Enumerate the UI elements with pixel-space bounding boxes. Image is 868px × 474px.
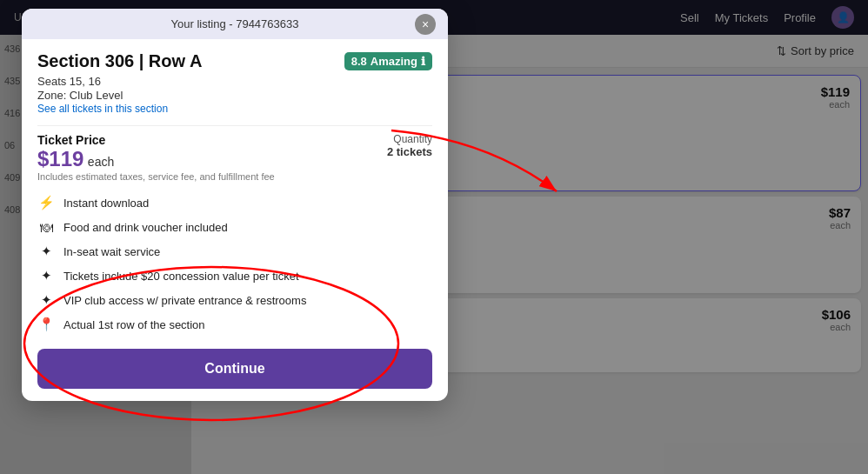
feature-item: ✦ VIP club access w/ private entrance & … <box>37 291 432 309</box>
modal-price-each: each <box>88 155 114 169</box>
feature-item: 📍 Actual 1st row of the section <box>37 316 432 333</box>
close-button[interactable]: × <box>415 14 436 35</box>
modal-overlay[interactable]: Your listing - 7944763633 × Section 306 … <box>0 0 868 474</box>
ticket-detail-modal: Your listing - 7944763633 × Section 306 … <box>22 9 448 401</box>
feature-list: ⚡ Instant download 🍽 Food and drink vouc… <box>37 194 432 333</box>
modal-zone: Zone: Club Level <box>37 89 432 102</box>
modal-title-row: Section 306 | Row A 8.8 Amazing ℹ <box>37 51 432 71</box>
feature-item: 🍽 Food and drink voucher included <box>37 218 432 236</box>
modal-score-badge: 8.8 Amazing ℹ <box>344 52 432 70</box>
food-voucher-icon: 🍽 <box>37 218 55 236</box>
location-icon: 📍 <box>37 316 55 333</box>
feature-item: ✦ In-seat wait service <box>37 243 432 260</box>
feature-text: Instant download <box>63 197 149 210</box>
feature-text: Actual 1st row of the section <box>63 318 205 331</box>
wait-service-icon: ✦ <box>37 243 55 260</box>
modal-section-title: Section 306 | Row A <box>37 51 202 71</box>
feature-item: ⚡ Instant download <box>37 194 432 211</box>
modal-body: Section 306 | Row A 8.8 Amazing ℹ Seats … <box>22 39 448 401</box>
modal-price-amount: $119 <box>37 147 83 170</box>
modal-price-row: Ticket Price $119 each Includes estimate… <box>37 133 432 190</box>
modal-seats: Seats 15, 16 <box>37 75 432 88</box>
divider <box>37 125 432 126</box>
feature-text: Food and drink voucher included <box>63 221 228 234</box>
modal-price-display: $119 each <box>37 147 275 171</box>
vip-icon: ✦ <box>37 291 55 309</box>
feature-text: In-seat wait service <box>63 245 160 258</box>
info-icon: ℹ <box>421 55 425 68</box>
price-label: Ticket Price <box>37 133 275 147</box>
tax-note: Includes estimated taxes, service fee, a… <box>37 171 275 182</box>
modal-header: Your listing - 7944763633 × <box>22 9 448 39</box>
modal-score-label: Amazing <box>371 55 417 68</box>
concession-icon: ✦ <box>37 267 55 284</box>
modal-listing-id: Your listing - 7944763633 <box>171 17 299 30</box>
quantity-value: 2 tickets <box>387 145 432 158</box>
see-all-link[interactable]: See all tickets in this section <box>37 103 432 115</box>
modal-score-value: 8.8 <box>351 55 367 68</box>
feature-item: ✦ Tickets include $20 concession value p… <box>37 267 432 284</box>
feature-text: Tickets include $20 concession value per… <box>63 270 299 283</box>
quantity-label: Quantity <box>387 133 432 145</box>
instant-download-icon: ⚡ <box>37 194 55 211</box>
continue-button[interactable]: Continue <box>37 349 432 389</box>
feature-text: VIP club access w/ private entrance & re… <box>63 294 306 307</box>
